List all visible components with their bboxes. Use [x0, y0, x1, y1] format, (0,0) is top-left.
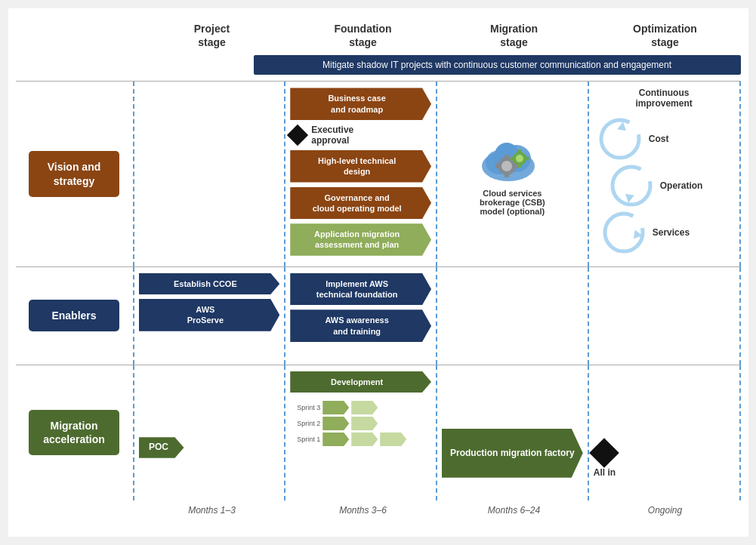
exec-diamond [287, 125, 308, 146]
business-case-arrow: Business caseand roadmap [290, 88, 431, 120]
timeline-row: Months 1–3 Months 3–6 Months 6–24 Ongoin… [137, 505, 741, 516]
vision-label: Vision and strategy [29, 151, 119, 196]
vision-optimization-col: Continuousimprovement Cost [588, 82, 741, 266]
svg-rect-6 [505, 155, 509, 159]
production-factory-arrow: Production migration factory [442, 429, 583, 478]
stage-header-optimization: Optimizationstage [590, 16, 741, 55]
stage-header-project: Projectstage [137, 16, 288, 55]
svg-rect-13 [518, 164, 522, 168]
enablers-row: Enablers Establish CCOE AWSProServe Impl… [16, 266, 741, 365]
all-in-diamond [590, 438, 620, 468]
sprint1-label: Sprint 1 [290, 436, 320, 443]
sprint2-arrow1 [322, 417, 349, 430]
vision-migration-col: Cloud servicesbrokerage (CSB)model (opti… [436, 82, 588, 266]
vision-stages: Business caseand roadmap Executiveapprov… [133, 82, 741, 266]
cloud-label: Cloud servicesbrokerage (CSB)model (opti… [480, 189, 545, 216]
migration-accel-label: Migration acceleration [29, 410, 119, 455]
sprint1-arrow1 [322, 433, 349, 446]
migration-accel-stages: POC Development Sprint 3 Sprint 2 [133, 365, 741, 500]
cost-label: Cost [649, 134, 669, 144]
enablers-label: Enablers [29, 300, 119, 331]
vision-foundation-col: Business caseand roadmap Executiveapprov… [284, 82, 436, 266]
development-arrow: Development [290, 371, 431, 393]
cloud-area: Cloud servicesbrokerage (CSB)model (opti… [442, 88, 583, 260]
vision-label-cell: Vision and strategy [16, 82, 133, 266]
sprint3-arrow2 [351, 401, 378, 414]
stage-headers: Projectstage Foundationstage Migrationst… [137, 16, 741, 55]
svg-rect-15 [511, 157, 514, 161]
svg-point-5 [501, 161, 512, 171]
sprint-group: Sprint 3 Sprint 2 Sprint 1 [290, 401, 431, 446]
top-banner: Mitigate shadow IT projects with continu… [254, 55, 741, 75]
cloud-svg-icon [478, 132, 546, 185]
sprint3-label: Sprint 3 [290, 404, 320, 411]
exec-approval: Executiveapproval [290, 125, 431, 146]
timeline-ongoing: Ongoing [590, 505, 741, 516]
enablers-foundation-col: Implement AWStechnical foundation AWS aw… [284, 267, 436, 365]
migration-accel-label-cell: Migration acceleration [16, 365, 133, 500]
enablers-stages: Establish CCOE AWSProServe Implement AWS… [133, 267, 741, 365]
sprint2-label: Sprint 2 [290, 420, 320, 427]
cycle-container: Cost Operation [594, 112, 735, 259]
svg-rect-12 [518, 149, 522, 153]
svg-rect-14 [525, 157, 529, 161]
sprint1-row: Sprint 1 [290, 433, 431, 446]
accel-migration-col: Production migration factory [436, 365, 588, 500]
enablers-label-cell: Enablers [16, 267, 133, 365]
sprint3-arrow1 [322, 401, 349, 414]
svg-rect-7 [505, 173, 509, 177]
sprint2-row: Sprint 2 [290, 417, 431, 430]
operation-label: Operation [660, 180, 703, 191]
aws-training-arrow: AWS awarenessand training [290, 309, 431, 342]
enablers-project-col: Establish CCOE AWSProServe [133, 267, 285, 365]
migration-accel-row: Migration acceleration POC Development S… [16, 365, 741, 500]
cost-cycle-icon [597, 116, 643, 162]
services-cycle-icon [601, 210, 646, 255]
stage-header-foundation: Foundationstage [288, 16, 439, 55]
accel-project-col: POC [133, 365, 285, 500]
ccoe-arrow: Establish CCOE [139, 273, 280, 294]
vision-project-col [133, 82, 285, 266]
sprint1-arrow3 [380, 433, 406, 446]
timeline-months-1-3: Months 1–3 [137, 505, 288, 516]
poc-arrow: POC [139, 437, 184, 458]
sprint1-arrow2 [351, 433, 378, 446]
cost-cycle: Cost [597, 116, 669, 162]
all-in-label: All in [594, 467, 616, 478]
svg-rect-9 [495, 164, 500, 168]
governance-arrow: Governance andcloud operating model [290, 187, 431, 220]
accel-optimization-col: All in [588, 365, 741, 500]
sprint3-row: Sprint 3 [290, 401, 431, 414]
diagram-wrapper: Projectstage Foundationstage Migrationst… [8, 8, 748, 537]
services-label: Services [653, 227, 690, 238]
services-cycle: Services [601, 210, 690, 255]
high-level-tech-arrow: High-level technicaldesign [290, 150, 431, 183]
stage-header-migration: Migrationstage [439, 16, 590, 55]
exec-label: Executiveapproval [311, 125, 353, 146]
operation-cycle: Operation [609, 163, 703, 208]
operation-cycle-icon [609, 163, 654, 208]
vision-row: Vision and strategy Business caseand roa… [16, 81, 741, 266]
enablers-migration-col [436, 267, 588, 365]
continuous-improvement-label: Continuousimprovement [594, 88, 735, 109]
proserve-arrow: AWSProServe [139, 299, 280, 331]
app-migration-arrow: Application migrationassessment and plan [290, 223, 431, 256]
timeline-months-3-6: Months 3–6 [288, 505, 439, 516]
sprint2-arrow2 [351, 417, 378, 430]
aws-tech-arrow: Implement AWStechnical foundation [290, 273, 431, 306]
enablers-optimization-col [588, 267, 741, 365]
all-in-container: All in [594, 442, 616, 478]
timeline-months-6-24: Months 6–24 [439, 505, 590, 516]
svg-point-11 [516, 155, 523, 162]
accel-foundation-col: Development Sprint 3 Sprint 2 Sprint 1 [284, 365, 436, 500]
